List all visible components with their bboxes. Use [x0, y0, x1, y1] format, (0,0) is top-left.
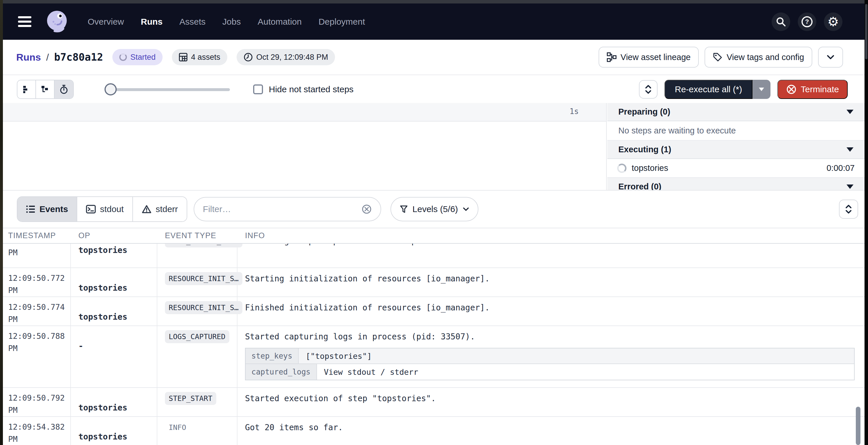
tag-icon — [713, 52, 722, 62]
column-header-info: INFO — [237, 228, 868, 243]
tab-stderr[interactable]: stderr — [133, 197, 187, 221]
cell-timestamp: 12:09:54.382PM — [0, 417, 70, 445]
event-type-badge: STEP_START — [165, 392, 216, 405]
event-type-badge: STEP_WORKER_STA… — [165, 244, 242, 247]
slider-thumb[interactable] — [104, 83, 117, 96]
run-id: b7c80a12 — [54, 52, 103, 63]
page-scrollbar[interactable] — [865, 0, 868, 445]
reexecute-all-button[interactable]: Re-execute all (*) — [664, 80, 753, 99]
metadata-key: step_keys — [246, 348, 299, 364]
status-badge: Started — [112, 49, 162, 65]
events-table-body[interactable]: 12:09:50.7PMtopstoriesSTEP_WORKER_STA…Ex… — [0, 244, 868, 445]
panel-section-preparing[interactable]: Preparing (0) — [607, 103, 865, 121]
tab-stdout[interactable]: stdout — [77, 197, 133, 221]
more-actions-button[interactable] — [818, 47, 843, 68]
cell-op: topstories — [70, 297, 157, 326]
cell-op: topstories — [70, 244, 157, 268]
window-left-edge — [0, 0, 3, 445]
gear-icon: ⚙ — [827, 15, 839, 28]
breadcrumb: Runs / b7c80a12 Started 4 assets Oct 29,… — [16, 49, 335, 65]
dagster-logo-icon[interactable] — [43, 8, 70, 35]
panel-expand-button[interactable] — [639, 80, 657, 99]
reexecute-dropdown-button[interactable] — [752, 80, 771, 99]
window-top-edge — [0, 0, 868, 3]
lineage-icon — [607, 52, 617, 62]
view-mode-group — [17, 80, 74, 99]
gantt-chart[interactable]: 1s most_frequent Hide unselected — [0, 103, 607, 190]
executing-step-row[interactable]: topstories 0:00:07 — [607, 159, 865, 178]
terminate-button[interactable]: Terminate — [777, 80, 848, 99]
assets-grid-icon — [179, 53, 188, 62]
cell-event-type: RESOURCE_INIT_S… — [157, 268, 237, 297]
help-icon: ? — [801, 16, 813, 28]
panel-section-executing[interactable]: Executing (1) — [607, 141, 865, 159]
table-row[interactable]: 12:09:50.7PMtopstoriesSTEP_WORKER_STA…Ex… — [0, 244, 868, 268]
help-button[interactable]: ? — [798, 12, 816, 31]
hamburger-menu-icon[interactable] — [18, 14, 31, 29]
events-scrollbar-thumb[interactable] — [856, 407, 861, 445]
hide-not-started-checkbox[interactable] — [253, 84, 263, 94]
start-time-badge: Oct 29, 12:09:48 PM — [237, 49, 335, 65]
nav-item-overview[interactable]: Overview — [88, 17, 124, 27]
settings-button[interactable]: ⚙ — [824, 12, 842, 31]
panel-section-errored[interactable]: Errored (0) — [607, 178, 865, 190]
gantt-section: 1s most_frequent Hide unselected — [0, 103, 868, 190]
metadata-value: ["topstories"] — [299, 348, 854, 364]
metadata-key: captured_logs — [246, 364, 317, 380]
svg-text:?: ? — [805, 18, 809, 25]
events-toolbar: Events stdout stderr Levels (5/6) — [0, 191, 868, 228]
slider-track[interactable] — [108, 88, 230, 91]
column-header-event-type: EVENT TYPE — [157, 228, 237, 243]
timer-view-button[interactable] — [55, 80, 73, 98]
hide-not-started-label[interactable]: Hide not started steps — [269, 84, 353, 94]
search-icon — [775, 16, 786, 27]
nav-item-assets[interactable]: Assets — [179, 17, 206, 27]
preparing-empty-message: No steps are waiting to execute — [607, 121, 865, 141]
nav-item-deployment[interactable]: Deployment — [318, 17, 365, 27]
cell-info: Started capturing logs in process (pid: … — [237, 326, 868, 387]
clock-icon — [244, 53, 253, 62]
cell-event-type: STEP_WORKER_STA… — [157, 244, 237, 268]
cell-op: - — [70, 326, 157, 387]
log-filter-box — [194, 197, 381, 221]
funnel-icon — [400, 205, 408, 213]
table-row[interactable]: 12:09:50.772PMtopstoriesRESOURCE_INIT_S…… — [0, 268, 868, 297]
app-window: Overview Runs Assets Jobs Automation Dep… — [0, 0, 868, 445]
nav-item-automation[interactable]: Automation — [257, 17, 302, 27]
steps-panel: Preparing (0) No steps are waiting to ex… — [607, 103, 865, 190]
view-tags-config-button[interactable]: View tags and config — [705, 47, 812, 68]
events-expand-button[interactable] — [839, 200, 858, 219]
event-type-badge: RESOURCE_INIT_S… — [165, 301, 242, 314]
breadcrumb-runs-link[interactable]: Runs — [16, 52, 41, 63]
event-type-badge: RESOURCE_INIT_S… — [165, 272, 242, 285]
waterfall-view-button[interactable] — [36, 80, 55, 98]
scrollbar-thumb[interactable] — [865, 4, 867, 59]
nav-item-jobs[interactable]: Jobs — [222, 17, 241, 27]
search-button[interactable] — [772, 12, 790, 31]
view-asset-lineage-button[interactable]: View asset lineage — [598, 47, 699, 68]
table-row[interactable]: 12:09:50.774PMtopstoriesRESOURCE_INIT_S…… — [0, 297, 868, 326]
cancel-circle-icon — [786, 84, 797, 95]
clear-filter-icon[interactable] — [362, 204, 372, 214]
log-filter-input[interactable] — [203, 204, 358, 214]
table-row[interactable]: 12:09:54.382PMtopstoriesINFOGot 20 items… — [0, 417, 868, 445]
cell-timestamp: 12:09:50.774PM — [0, 297, 70, 326]
waterfall-view-icon — [41, 85, 49, 94]
flat-view-button[interactable] — [18, 80, 36, 98]
terminal-icon — [86, 205, 96, 213]
collapse-caret-icon — [846, 184, 854, 189]
zoom-slider[interactable] — [108, 83, 230, 96]
spinner-icon — [119, 54, 127, 61]
cell-timestamp: 12:09:50.772PM — [0, 268, 70, 297]
table-row[interactable]: 12:09:50.792PMtopstoriesSTEP_STARTStarte… — [0, 388, 868, 417]
tab-events[interactable]: Events — [18, 197, 77, 221]
nav-item-runs[interactable]: Runs — [141, 17, 162, 27]
cell-event-type: LOGS_CAPTURED — [157, 326, 237, 387]
gantt-time-axis: 1s — [0, 103, 607, 122]
metadata-value[interactable]: View stdout / stderr — [317, 364, 855, 380]
column-header-timestamp: TIMESTAMP — [0, 228, 70, 243]
assets-badge[interactable]: 4 assets — [172, 49, 227, 65]
cell-op: topstories — [70, 268, 157, 297]
levels-dropdown-button[interactable]: Levels (5/6) — [391, 197, 478, 221]
table-row[interactable]: 12:09:50.788PM-LOGS_CAPTUREDStarted capt… — [0, 326, 868, 388]
